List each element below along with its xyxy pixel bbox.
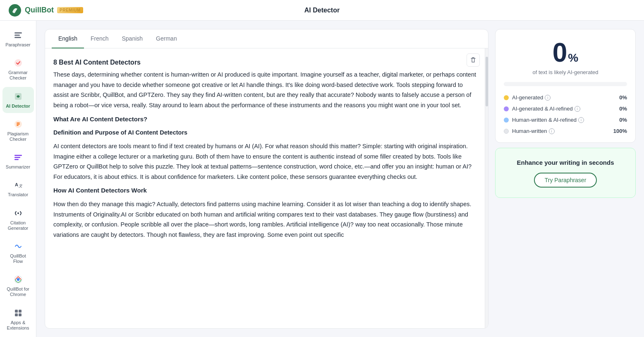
translator-icon: A 文 [13, 180, 24, 190]
svg-rect-10 [14, 159, 19, 160]
quillbot-flow-icon [13, 241, 24, 252]
quillbot-logo-icon [8, 4, 22, 17]
svg-text:A: A [15, 182, 18, 187]
ai-refined-info-icon[interactable]: i [575, 106, 580, 112]
main-layout: Paraphraser Grammar Checker AI Detector [0, 21, 644, 337]
sidebar-item-label: QuillBot for Chrome [5, 286, 31, 297]
human-ai-refined-value: 0% [619, 117, 627, 123]
metric-left: AI-generated i [504, 94, 551, 101]
try-paraphraser-button[interactable]: Try Paraphraser [534, 173, 597, 188]
delete-button[interactable] [467, 53, 480, 67]
logo: QuillBot PREMIUM [8, 4, 83, 17]
paragraph-3: How then do they manage this magic? Actu… [53, 199, 476, 240]
sidebar-item-label: Plagiarism Checker [5, 131, 31, 142]
sidebar-item-paraphraser[interactable]: Paraphraser [2, 26, 34, 52]
tab-spanish[interactable]: Spanish [115, 29, 150, 48]
heading-definition: Definition and Purpose of AI Content Det… [53, 128, 476, 138]
human-ai-refined-label: Human-written & AI-refined i [512, 117, 584, 123]
svg-rect-9 [14, 157, 20, 158]
results-panel: 0 % of text is likely AI-generated AI-ge… [495, 29, 636, 329]
sidebar-item-summarizer[interactable]: Summarizer [2, 148, 34, 174]
premium-badge: PREMIUM [57, 7, 83, 13]
ai-generated-value: 0% [619, 94, 627, 101]
results-card: 0 % of text is likely AI-generated AI-ge… [495, 29, 636, 143]
svg-point-13 [17, 212, 19, 214]
metric-ai-refined: AI-generated & AI-refined i 0% [504, 106, 627, 112]
percentage-display: 0 % [553, 39, 579, 66]
ai-generated-label: AI-generated i [512, 94, 551, 101]
header: QuillBot PREMIUM AI Detector [0, 0, 644, 21]
human-ai-refined-dot [504, 118, 509, 123]
enhance-text: Enhance your writing in seconds [517, 158, 614, 167]
sidebar-item-label: QuillBot Flow [5, 253, 31, 264]
metric-left: Human-written & AI-refined i [504, 117, 584, 123]
sidebar-item-ai-detector[interactable]: AI Detector [2, 87, 34, 113]
tab-german[interactable]: German [149, 29, 184, 48]
content-title: 8 Best AI Content Detectors [53, 57, 476, 68]
svg-rect-17 [19, 310, 22, 313]
percentage-symbol: % [568, 51, 578, 65]
paraphraser-icon [13, 30, 24, 41]
content-area: English French Spanish German 8 Best AI … [36, 21, 644, 337]
paragraph-2: AI content detectors are tools meant to … [53, 141, 476, 182]
sidebar-item-plagiarism-checker[interactable]: Plagiarism Checker [2, 115, 34, 146]
tab-english[interactable]: English [52, 29, 84, 48]
heading-what: What Are AI Content Detectors? [53, 114, 476, 125]
citation-generator-icon [13, 208, 24, 219]
metric-human-written: Human-written i 100% [504, 128, 627, 134]
metric-left: AI-generated & AI-refined i [504, 106, 580, 112]
sidebar-item-label: Citation Generator [5, 220, 31, 231]
ai-generated-info-icon[interactable]: i [545, 95, 551, 101]
percentage-label: of text is likely AI-generated [533, 69, 599, 75]
scrollbar[interactable] [485, 48, 488, 328]
tab-french[interactable]: French [84, 29, 115, 48]
progress-bar-container [504, 82, 627, 86]
metric-left: Human-written i [504, 128, 555, 134]
ai-refined-value: 0% [619, 106, 627, 112]
grammar-checker-icon [13, 58, 24, 68]
sidebar-item-label: Apps & Extensions [5, 320, 31, 331]
apps-extensions-icon [13, 308, 24, 318]
sidebar-item-apps-extensions[interactable]: Apps & Extensions [2, 303, 34, 335]
editor-body: 8 Best AI Content Detectors These days, … [45, 48, 488, 328]
scroll-thumb[interactable] [486, 57, 488, 106]
enhance-card: Enhance your writing in seconds Try Para… [495, 148, 636, 198]
sidebar-item-label: Summarizer [6, 164, 30, 170]
ai-detector-icon [13, 91, 24, 102]
human-written-label: Human-written i [512, 128, 555, 134]
human-written-dot [504, 129, 509, 134]
sidebar-item-translator[interactable]: A 文 Translator [2, 176, 34, 202]
editor-content[interactable]: 8 Best AI Content Detectors These days, … [45, 48, 485, 328]
summarizer-icon [13, 152, 24, 163]
svg-point-5 [14, 59, 22, 67]
heading-how: How AI Content Detectors Work [53, 185, 476, 196]
sidebar-item-label: Translator [8, 192, 28, 197]
sidebar-item-grammar-checker[interactable]: Grammar Checker [2, 53, 34, 85]
ai-generated-dot [504, 95, 509, 100]
svg-rect-18 [15, 313, 18, 316]
percentage-number: 0 [553, 39, 567, 66]
sidebar-item-quillbot-chrome[interactable]: QuillBot for Chrome [2, 270, 34, 301]
sidebar-item-quillbot-flow[interactable]: QuillBot Flow [2, 237, 34, 268]
page-title: AI Detector [304, 7, 340, 14]
metric-human-ai-refined: Human-written & AI-refined i 0% [504, 117, 627, 123]
sidebar-item-citation-generator[interactable]: Citation Generator [2, 204, 34, 235]
svg-point-15 [17, 278, 19, 281]
ai-refined-dot [504, 106, 509, 111]
svg-text:文: 文 [19, 184, 23, 188]
svg-rect-2 [14, 32, 22, 34]
metrics-list: AI-generated i 0% AI-generated & AI-refi… [504, 94, 627, 134]
human-written-value: 100% [613, 128, 627, 134]
svg-point-1 [15, 8, 17, 10]
chrome-icon [13, 274, 24, 285]
human-ai-refined-info-icon[interactable]: i [578, 117, 584, 123]
sidebar-item-label: Grammar Checker [5, 70, 31, 81]
human-written-info-icon[interactable]: i [549, 128, 555, 134]
editor-panel: English French Spanish German 8 Best AI … [45, 29, 488, 329]
svg-rect-3 [14, 35, 20, 36]
svg-rect-8 [14, 155, 22, 156]
paragraph-1: These days, determining whether content … [53, 70, 476, 111]
sidebar: Paraphraser Grammar Checker AI Detector [0, 21, 36, 337]
svg-rect-16 [15, 310, 18, 313]
svg-rect-19 [19, 313, 22, 316]
